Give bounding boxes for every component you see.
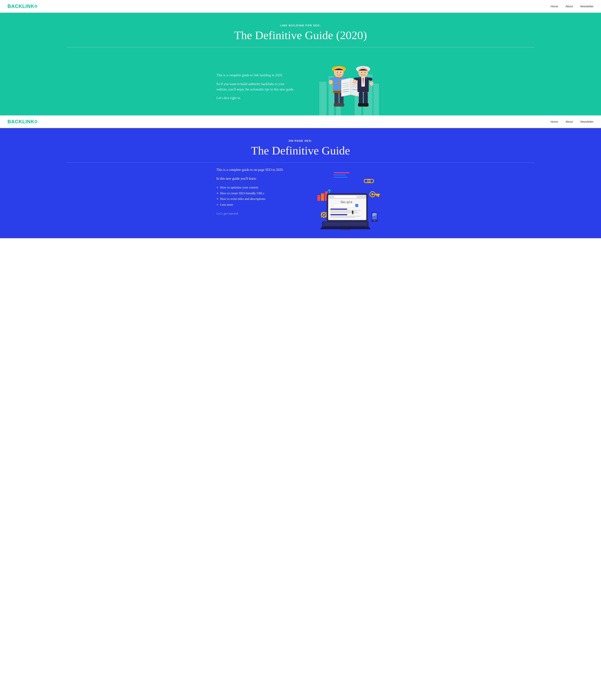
logo-2[interactable]: BACKLINK	[7, 119, 37, 125]
svg-text:e: e	[350, 200, 352, 204]
svg-point-43	[365, 72, 366, 73]
hero1-body: This is a complete guide to link buildin…	[216, 73, 295, 115]
svg-rect-23	[334, 103, 339, 106]
hero2-title: The Definitive Guide	[7, 144, 594, 157]
svg-rect-110	[324, 224, 367, 224]
hero1-p2: So if you want to build authority backli…	[216, 81, 295, 92]
svg-point-62	[371, 193, 373, 195]
svg-rect-102	[331, 212, 359, 213]
svg-rect-65	[376, 195, 378, 196]
svg-rect-98	[355, 204, 358, 207]
svg-point-12	[340, 72, 341, 73]
hero2-p2: In this new guide you'll learn:	[216, 176, 284, 181]
svg-rect-111	[324, 225, 367, 225]
hero1-divider	[66, 47, 535, 47]
hero1-subtitle: LINK BUILDING FOR SEO:	[7, 24, 594, 27]
svg-text:l: l	[349, 200, 350, 204]
construction-illustration	[317, 55, 381, 115]
svg-rect-53	[358, 103, 364, 106]
nav-links-2: Home About Newsletter	[551, 120, 594, 123]
nav-home-2[interactable]: Home	[551, 120, 558, 123]
svg-rect-99	[331, 209, 347, 209]
svg-rect-55	[317, 195, 320, 201]
hero1-text-center: LINK BUILDING FOR SEO: The Definitive Gu…	[7, 24, 594, 42]
svg-rect-72	[321, 212, 323, 214]
svg-rect-60	[368, 179, 374, 183]
svg-rect-69	[323, 217, 324, 218]
svg-point-50	[370, 81, 373, 86]
svg-rect-70	[321, 214, 322, 216]
hero2-illustration: G o o g l e	[314, 167, 385, 238]
hero1-p1: This is a complete guide to link buildin…	[216, 73, 295, 78]
nav-home-1[interactable]: Home	[551, 5, 558, 8]
hero1-illustration	[314, 52, 385, 115]
nav-about-1[interactable]: About	[566, 5, 573, 8]
svg-rect-100	[331, 210, 360, 211]
svg-point-39	[358, 67, 368, 78]
svg-rect-97	[333, 204, 358, 207]
svg-rect-64	[378, 195, 379, 197]
hero1-p3: Let's dive right in.	[216, 95, 295, 101]
hero2-list: How to optimize your content How to crea…	[216, 185, 284, 207]
hero2-body: This is a complete guide to on-page SEO …	[216, 167, 284, 231]
svg-rect-54	[363, 103, 368, 106]
svg-point-19	[329, 80, 333, 84]
svg-rect-63	[374, 194, 380, 195]
svg-rect-68	[323, 211, 324, 213]
svg-rect-90	[334, 196, 357, 198]
svg-rect-104	[331, 216, 360, 217]
hero-section-1: LINK BUILDING FOR SEO: The Definitive Gu…	[0, 13, 601, 115]
hero1-title: The Definitive Guide (2020)	[7, 29, 594, 42]
navbar-2: BACKLINK Home About Newsletter	[0, 115, 601, 128]
logo-o-1	[34, 5, 37, 7]
hero2-li-4: Lots more	[220, 202, 284, 208]
svg-text:o: o	[345, 200, 347, 204]
hero2-li-2: How to create SEO-friendly URLs	[220, 191, 284, 196]
nav-newsletter-2[interactable]: Newsletter	[580, 120, 594, 123]
svg-text:G: G	[341, 200, 343, 204]
svg-rect-103	[331, 214, 347, 215]
svg-rect-73	[325, 212, 327, 214]
nav-newsletter-1[interactable]: Newsletter	[580, 5, 594, 8]
logo-o-2	[34, 120, 37, 123]
svg-rect-56	[321, 193, 324, 201]
svg-rect-24	[339, 103, 344, 106]
hero2-cta: Let's get started.	[216, 211, 284, 216]
svg-text:o: o	[343, 200, 345, 204]
svg-rect-59	[364, 179, 370, 183]
nav-about-2[interactable]: About	[566, 120, 573, 123]
svg-rect-0	[319, 82, 326, 115]
logo-1[interactable]: BACKLINK	[7, 3, 37, 9]
hero2-text-center: ON-PAGE SEO: The Definitive Guide	[7, 139, 594, 157]
svg-point-49	[353, 79, 357, 84]
hero2-subtitle: ON-PAGE SEO:	[7, 139, 594, 142]
seo-laptop-illustration: G o o g l e	[314, 167, 381, 238]
svg-point-67	[323, 214, 325, 216]
hero-section-2: ON-PAGE SEO: The Definitive Guide This i…	[0, 128, 601, 238]
hero1-content: This is a complete guide to link buildin…	[216, 52, 385, 115]
svg-rect-75	[325, 216, 327, 218]
svg-text:g: g	[347, 200, 349, 204]
svg-rect-74	[321, 216, 323, 218]
hero2-content: This is a complete guide to on-page SEO …	[216, 167, 385, 238]
svg-rect-105	[331, 217, 355, 218]
svg-rect-5	[373, 83, 379, 115]
svg-point-42	[361, 72, 362, 73]
svg-point-11	[337, 72, 338, 73]
hero2-p1: This is a complete guide to on-page SEO …	[216, 167, 284, 173]
svg-rect-77	[372, 213, 377, 220]
nav-links-1: Home About Newsletter	[551, 5, 594, 8]
navbar-1: BACKLINK Home About Newsletter	[0, 0, 601, 13]
svg-point-82	[374, 220, 375, 221]
hero2-li-1: How to optimize your content	[220, 185, 284, 191]
hero2-li-3: How to write titles and descriptions	[220, 196, 284, 202]
svg-rect-109	[324, 223, 367, 223]
